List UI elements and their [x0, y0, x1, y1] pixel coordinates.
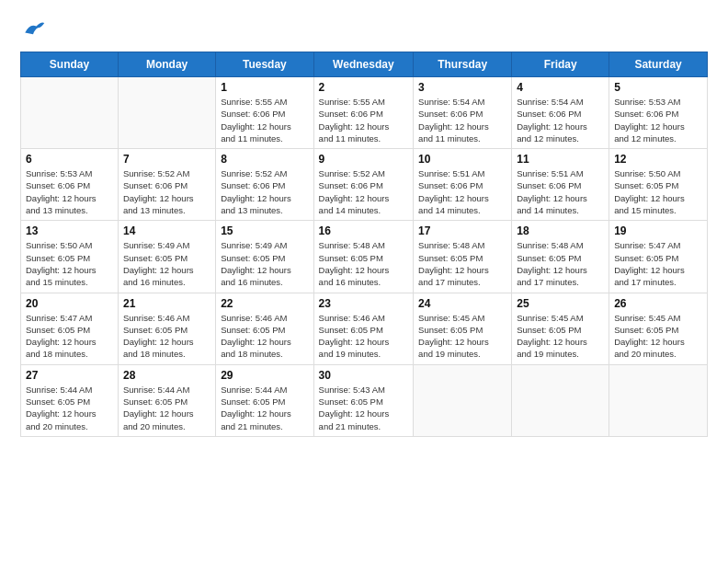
day-info: Sunrise: 5:49 AM Sunset: 6:05 PM Dayligh… — [221, 239, 308, 288]
day-info: Sunrise: 5:50 AM Sunset: 6:05 PM Dayligh… — [26, 239, 113, 288]
day-number: 25 — [517, 297, 604, 310]
day-number: 9 — [319, 153, 408, 166]
day-info: Sunrise: 5:49 AM Sunset: 6:05 PM Dayligh… — [123, 239, 210, 288]
day-number: 27 — [26, 369, 113, 382]
calendar-cell: 9Sunrise: 5:52 AM Sunset: 6:06 PM Daylig… — [313, 149, 413, 221]
day-number: 7 — [123, 153, 210, 166]
calendar-cell — [609, 364, 708, 436]
day-number: 23 — [319, 297, 408, 310]
calendar-header-row: SundayMondayTuesdayWednesdayThursdayFrid… — [21, 52, 708, 77]
day-info: Sunrise: 5:50 AM Sunset: 6:05 PM Dayligh… — [614, 167, 702, 216]
calendar-body: 1Sunrise: 5:55 AM Sunset: 6:06 PM Daylig… — [21, 77, 708, 437]
calendar-week-row: 1Sunrise: 5:55 AM Sunset: 6:06 PM Daylig… — [21, 77, 708, 149]
header — [20, 17, 708, 42]
day-of-week-header: Saturday — [609, 52, 708, 77]
calendar-cell: 28Sunrise: 5:44 AM Sunset: 6:05 PM Dayli… — [118, 364, 215, 436]
calendar-cell: 3Sunrise: 5:54 AM Sunset: 6:06 PM Daylig… — [414, 77, 512, 149]
day-number: 3 — [418, 81, 506, 94]
page: SundayMondayTuesdayWednesdayThursdayFrid… — [0, 0, 728, 563]
day-info: Sunrise: 5:46 AM Sunset: 6:05 PM Dayligh… — [221, 312, 308, 361]
day-info: Sunrise: 5:44 AM Sunset: 6:05 PM Dayligh… — [26, 384, 113, 432]
calendar-cell — [21, 77, 119, 149]
day-of-week-header: Friday — [512, 52, 609, 77]
day-info: Sunrise: 5:47 AM Sunset: 6:05 PM Dayligh… — [26, 312, 113, 361]
day-number: 20 — [26, 297, 113, 310]
day-of-week-header: Thursday — [414, 52, 512, 77]
calendar-cell — [512, 364, 609, 436]
day-info: Sunrise: 5:55 AM Sunset: 6:06 PM Dayligh… — [319, 96, 408, 144]
day-of-week-header: Tuesday — [216, 52, 313, 77]
calendar-week-row: 13Sunrise: 5:50 AM Sunset: 6:05 PM Dayli… — [21, 221, 708, 293]
day-number: 29 — [221, 369, 308, 382]
calendar-cell: 4Sunrise: 5:54 AM Sunset: 6:06 PM Daylig… — [512, 77, 609, 149]
calendar-cell: 5Sunrise: 5:53 AM Sunset: 6:06 PM Daylig… — [609, 77, 708, 149]
day-of-week-header: Sunday — [21, 52, 119, 77]
calendar-cell: 18Sunrise: 5:48 AM Sunset: 6:05 PM Dayli… — [512, 221, 609, 293]
day-number: 17 — [418, 224, 506, 237]
calendar-cell: 29Sunrise: 5:44 AM Sunset: 6:05 PM Dayli… — [216, 364, 313, 436]
calendar-cell: 26Sunrise: 5:45 AM Sunset: 6:05 PM Dayli… — [609, 293, 708, 364]
day-number: 8 — [221, 153, 308, 166]
day-number: 10 — [418, 153, 506, 166]
day-info: Sunrise: 5:53 AM Sunset: 6:06 PM Dayligh… — [26, 167, 113, 216]
day-info: Sunrise: 5:45 AM Sunset: 6:05 PM Dayligh… — [517, 312, 604, 361]
calendar-cell: 6Sunrise: 5:53 AM Sunset: 6:06 PM Daylig… — [21, 149, 119, 221]
calendar-cell: 22Sunrise: 5:46 AM Sunset: 6:05 PM Dayli… — [216, 293, 313, 364]
day-number: 16 — [319, 224, 408, 237]
calendar-table: SundayMondayTuesdayWednesdayThursdayFrid… — [20, 52, 708, 437]
day-info: Sunrise: 5:46 AM Sunset: 6:05 PM Dayligh… — [319, 312, 408, 361]
calendar-cell: 15Sunrise: 5:49 AM Sunset: 6:05 PM Dayli… — [216, 221, 313, 293]
calendar-cell: 14Sunrise: 5:49 AM Sunset: 6:05 PM Dayli… — [118, 221, 215, 293]
calendar-cell: 16Sunrise: 5:48 AM Sunset: 6:05 PM Dayli… — [313, 221, 413, 293]
day-number: 11 — [517, 153, 604, 166]
calendar-cell: 8Sunrise: 5:52 AM Sunset: 6:06 PM Daylig… — [216, 149, 313, 221]
day-info: Sunrise: 5:48 AM Sunset: 6:05 PM Dayligh… — [517, 239, 604, 288]
day-info: Sunrise: 5:52 AM Sunset: 6:06 PM Dayligh… — [221, 167, 308, 216]
day-info: Sunrise: 5:43 AM Sunset: 6:05 PM Dayligh… — [319, 384, 408, 432]
day-number: 13 — [26, 224, 113, 237]
day-info: Sunrise: 5:48 AM Sunset: 6:05 PM Dayligh… — [319, 239, 408, 288]
day-number: 4 — [517, 81, 604, 94]
calendar-cell: 24Sunrise: 5:45 AM Sunset: 6:05 PM Dayli… — [414, 293, 512, 364]
calendar-cell: 1Sunrise: 5:55 AM Sunset: 6:06 PM Daylig… — [216, 77, 313, 149]
logo — [20, 17, 50, 42]
day-info: Sunrise: 5:51 AM Sunset: 6:06 PM Dayligh… — [418, 167, 506, 216]
day-number: 1 — [221, 81, 308, 94]
calendar-cell: 17Sunrise: 5:48 AM Sunset: 6:05 PM Dayli… — [414, 221, 512, 293]
day-info: Sunrise: 5:45 AM Sunset: 6:05 PM Dayligh… — [418, 312, 506, 361]
day-info: Sunrise: 5:54 AM Sunset: 6:06 PM Dayligh… — [517, 96, 604, 144]
day-info: Sunrise: 5:44 AM Sunset: 6:05 PM Dayligh… — [221, 384, 308, 432]
logo-icon — [20, 17, 46, 42]
day-info: Sunrise: 5:52 AM Sunset: 6:06 PM Dayligh… — [319, 167, 408, 216]
calendar-cell: 25Sunrise: 5:45 AM Sunset: 6:05 PM Dayli… — [512, 293, 609, 364]
calendar-cell — [118, 77, 215, 149]
day-info: Sunrise: 5:55 AM Sunset: 6:06 PM Dayligh… — [221, 96, 308, 144]
calendar-cell — [414, 364, 512, 436]
day-number: 15 — [221, 224, 308, 237]
calendar-cell: 19Sunrise: 5:47 AM Sunset: 6:05 PM Dayli… — [609, 221, 708, 293]
calendar-cell: 27Sunrise: 5:44 AM Sunset: 6:05 PM Dayli… — [21, 364, 119, 436]
day-number: 26 — [614, 297, 702, 310]
calendar-cell: 20Sunrise: 5:47 AM Sunset: 6:05 PM Dayli… — [21, 293, 119, 364]
calendar-week-row: 6Sunrise: 5:53 AM Sunset: 6:06 PM Daylig… — [21, 149, 708, 221]
calendar-cell: 13Sunrise: 5:50 AM Sunset: 6:05 PM Dayli… — [21, 221, 119, 293]
calendar-week-row: 27Sunrise: 5:44 AM Sunset: 6:05 PM Dayli… — [21, 364, 708, 436]
day-number: 14 — [123, 224, 210, 237]
calendar-cell: 12Sunrise: 5:50 AM Sunset: 6:05 PM Dayli… — [609, 149, 708, 221]
day-info: Sunrise: 5:51 AM Sunset: 6:06 PM Dayligh… — [517, 167, 604, 216]
calendar-cell: 11Sunrise: 5:51 AM Sunset: 6:06 PM Dayli… — [512, 149, 609, 221]
day-info: Sunrise: 5:52 AM Sunset: 6:06 PM Dayligh… — [123, 167, 210, 216]
calendar-cell: 2Sunrise: 5:55 AM Sunset: 6:06 PM Daylig… — [313, 77, 413, 149]
day-of-week-header: Wednesday — [313, 52, 413, 77]
day-number: 21 — [123, 297, 210, 310]
day-of-week-header: Monday — [118, 52, 215, 77]
calendar-cell: 10Sunrise: 5:51 AM Sunset: 6:06 PM Dayli… — [414, 149, 512, 221]
day-number: 22 — [221, 297, 308, 310]
calendar-cell: 23Sunrise: 5:46 AM Sunset: 6:05 PM Dayli… — [313, 293, 413, 364]
day-info: Sunrise: 5:46 AM Sunset: 6:05 PM Dayligh… — [123, 312, 210, 361]
day-number: 6 — [26, 153, 113, 166]
calendar-cell: 7Sunrise: 5:52 AM Sunset: 6:06 PM Daylig… — [118, 149, 215, 221]
day-number: 28 — [123, 369, 210, 382]
day-number: 12 — [614, 153, 702, 166]
day-number: 5 — [614, 81, 702, 94]
